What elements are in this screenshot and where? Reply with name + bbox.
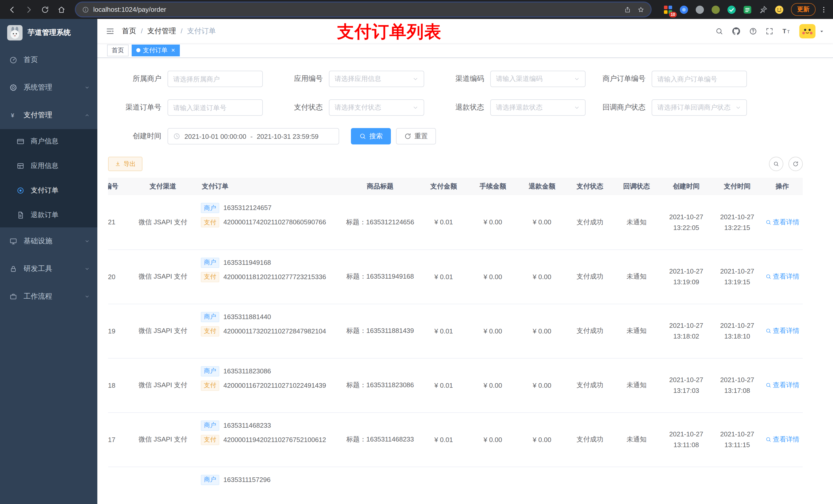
cell-pay-order: 商户1635311468233 支付4200001194202110276752… xyxy=(198,412,341,466)
reset-button[interactable]: 重置 xyxy=(396,128,436,144)
channel-transaction-no: 4200001194202110276752100612 xyxy=(223,435,326,445)
browser-forward-button[interactable] xyxy=(22,2,36,17)
sidebar-item-label: 系统管理 xyxy=(24,83,52,92)
annotation-title: 支付订单列表 xyxy=(337,21,442,44)
view-detail-link[interactable]: 查看详情 xyxy=(765,218,800,227)
extension-grey-icon[interactable] xyxy=(694,4,706,15)
user-menu[interactable] xyxy=(799,24,825,38)
share-icon[interactable] xyxy=(624,6,631,13)
select-placeholder: 请输入渠道编码 xyxy=(496,74,574,83)
browser-reload-button[interactable] xyxy=(38,2,52,17)
sidebar-item-infra[interactable]: 基础设施 xyxy=(0,227,97,255)
site-info-icon[interactable] xyxy=(82,6,89,13)
search-icon[interactable] xyxy=(715,27,723,35)
browser-back-button[interactable] xyxy=(5,2,20,17)
merchant-order-no: 1635311949168 xyxy=(223,257,271,268)
cell-refund: ¥ 0.00 xyxy=(518,358,567,412)
extension-check-icon[interactable] xyxy=(726,4,737,15)
sidebar-item-pay-order[interactable]: 支付订单 xyxy=(0,178,97,203)
cell-notify: 未通知 xyxy=(613,412,660,466)
tab-home[interactable]: 首页 xyxy=(107,44,128,56)
fullscreen-icon[interactable] xyxy=(765,27,774,35)
sidebar-item-payment[interactable]: ¥ 支付管理 xyxy=(0,101,97,129)
sidebar-item-home[interactable]: 首页 xyxy=(0,46,97,74)
circle-dot-icon xyxy=(16,187,25,195)
refresh-table-button[interactable] xyxy=(788,157,803,171)
breadcrumb-payment[interactable]: 支付管理 xyxy=(147,26,176,35)
cell-pay-order: 商户1635311823086 支付4200001167202110271022… xyxy=(198,358,341,412)
channel-order-no-input[interactable] xyxy=(168,99,263,116)
app-no-select[interactable]: 请选择应用信息 xyxy=(329,71,424,87)
help-icon[interactable] xyxy=(749,27,757,35)
channel-transaction-no: 4200001174202110278060590766 xyxy=(223,217,326,227)
browser-update-button[interactable]: 更新 xyxy=(791,3,815,16)
cell-notify: 未通知 xyxy=(613,249,660,304)
sidebar-item-system[interactable]: 系统管理 xyxy=(0,74,97,101)
filter-label: 所属商户 xyxy=(108,74,168,83)
browser-menu-kebab-icon[interactable] xyxy=(820,5,828,14)
toggle-search-button[interactable] xyxy=(769,157,783,171)
pay-status-select[interactable]: 请选择支付状态 xyxy=(329,99,424,116)
caret-down-icon xyxy=(819,28,825,34)
sidebar-item-merchant-info[interactable]: 商户信息 xyxy=(0,129,97,154)
extension-blue-icon[interactable] xyxy=(678,4,690,15)
cell-actions: 查看详情 xyxy=(762,195,803,249)
create-time-range-picker[interactable]: 2021-10-01 00:00:00 - 2021-10-31 23:59:5… xyxy=(168,128,339,144)
channel-transaction-no: 4200001173202110272847982104 xyxy=(223,326,326,336)
reset-button-label: 重置 xyxy=(414,131,428,141)
breadcrumb-home[interactable]: 首页 xyxy=(122,26,136,35)
font-size-icon[interactable]: TT xyxy=(782,26,791,35)
sidebar-item-app-info[interactable]: 应用信息 xyxy=(0,154,97,178)
sidebar-item-workflow[interactable]: 工作流程 xyxy=(0,283,97,310)
export-button-label: 导出 xyxy=(123,160,136,168)
app-logo[interactable]: 芋道管理系统 xyxy=(0,19,97,46)
extension-book-icon[interactable] xyxy=(742,4,753,15)
channel-code-select[interactable]: 请输入渠道编码 xyxy=(490,71,586,87)
sidebar-toggle-icon[interactable] xyxy=(105,26,115,35)
cell-channel xyxy=(128,466,198,504)
merchant-order-no: 1635311881440 xyxy=(223,312,271,322)
svg-text:¥: ¥ xyxy=(11,112,14,119)
cell-pay-order: 商户1635312124657 支付4200001174202110278060… xyxy=(198,195,341,249)
sidebar-item-refund-order[interactable]: 退款订单 xyxy=(0,203,97,227)
cell-id: 17 xyxy=(108,412,128,466)
address-bar[interactable]: localhost:1024/pay/order xyxy=(76,3,651,16)
extension-badge: 10 xyxy=(669,11,677,17)
view-detail-link[interactable]: 查看详情 xyxy=(765,381,800,390)
main-area: 首页 / 支付管理 / 支付订单 TT 首页 xyxy=(97,19,833,504)
cell-create-time: 2021-10-2713:19:09 xyxy=(660,249,713,304)
cell-amount: ¥ 0.01 xyxy=(419,195,468,249)
extension-emoji-icon[interactable] xyxy=(774,4,785,15)
cell-create-time: 2021-10-2713:11:08 xyxy=(660,412,713,466)
bookmark-star-icon[interactable] xyxy=(637,6,644,13)
search-button[interactable]: 搜索 xyxy=(351,128,391,144)
page-content: 所属商户 应用编号 请选择应用信息 渠道编码 请输入渠道编码 商户订单编号 xyxy=(97,58,833,504)
tags-view: 首页 支付订单 xyxy=(97,43,833,58)
export-button[interactable]: 导出 xyxy=(108,157,142,171)
browser-home-button[interactable] xyxy=(54,2,69,17)
refund-status-select[interactable]: 请选择退款状态 xyxy=(490,99,586,116)
cell-refund xyxy=(518,466,567,504)
header-pay-order: 支付订单 xyxy=(198,178,341,195)
merchant-tag: 商户 xyxy=(201,257,219,268)
cell-pay-time: 2021-10-2713:19:15 xyxy=(713,249,762,304)
pay-tag: 支付 xyxy=(201,380,219,390)
view-detail-link[interactable]: 查看详情 xyxy=(765,435,800,444)
chevron-down-icon xyxy=(84,266,90,272)
github-icon[interactable] xyxy=(732,26,741,35)
view-detail-link[interactable]: 查看详情 xyxy=(765,326,800,335)
notify-status-select[interactable]: 请选择订单回调商户状态 xyxy=(652,99,747,116)
tab-pay-order[interactable]: 支付订单 xyxy=(132,44,180,56)
extensions-grid-icon[interactable]: 10 xyxy=(662,4,674,15)
extension-olive-icon[interactable] xyxy=(710,4,721,15)
sidebar-item-dev-tools[interactable]: 研发工具 xyxy=(0,255,97,283)
table-mini-actions xyxy=(769,157,803,171)
merchant-input[interactable] xyxy=(168,71,263,87)
cell-status: 支付成功 xyxy=(567,412,613,466)
close-icon[interactable] xyxy=(171,48,175,52)
cell-pay-time: 2021-10-2713:11:15 xyxy=(713,412,762,466)
view-detail-link[interactable]: 查看详情 xyxy=(765,272,800,281)
extension-pin-icon[interactable] xyxy=(758,4,769,15)
merchant-order-no-input[interactable] xyxy=(652,71,747,87)
pay-tag: 支付 xyxy=(201,435,219,445)
